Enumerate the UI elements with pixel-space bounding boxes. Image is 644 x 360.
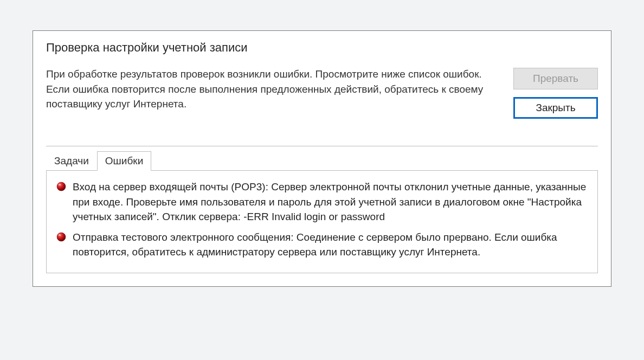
close-button[interactable]: Закрыть — [513, 97, 598, 119]
error-text: Вход на сервер входящей почты (POP3): Се… — [73, 179, 588, 224]
dialog-message: При обработке результатов проверок возни… — [46, 67, 500, 112]
error-icon — [56, 232, 66, 242]
dialog-content: При обработке результатов проверок возни… — [33, 63, 611, 119]
dialog-title: Проверка настройки учетной записи — [33, 31, 611, 63]
tab-tasks[interactable]: Задачи — [46, 151, 97, 171]
tabs-header: Задачи Ошибки — [46, 151, 598, 170]
error-item: Вход на сервер входящей почты (POP3): Се… — [56, 179, 588, 224]
tab-errors[interactable]: Ошибки — [97, 151, 151, 171]
error-icon — [56, 182, 66, 191]
abort-button: Прервать — [513, 68, 598, 89]
error-item: Отправка тестового электронного сообщени… — [56, 230, 588, 260]
account-test-dialog: Проверка настройки учетной записи При об… — [33, 30, 611, 287]
error-text: Отправка тестового электронного сообщени… — [73, 230, 588, 260]
dialog-buttons: Прервать Закрыть — [513, 67, 598, 119]
svg-point-3 — [59, 234, 61, 236]
errors-panel: Вход на сервер входящей почты (POP3): Се… — [46, 170, 598, 273]
svg-point-0 — [57, 182, 66, 191]
svg-point-2 — [57, 233, 66, 241]
svg-point-1 — [59, 184, 61, 185]
tabs-container: Задачи Ошибки — [33, 146, 611, 286]
